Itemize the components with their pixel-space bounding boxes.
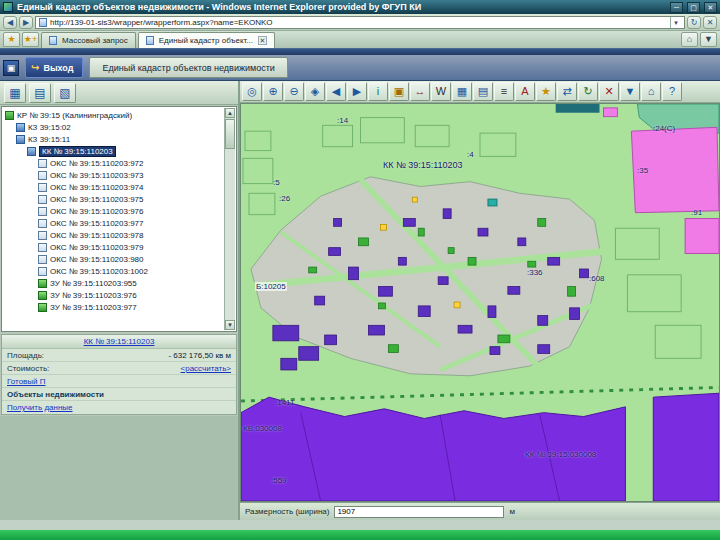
identify-icon[interactable]: i	[368, 82, 388, 101]
object-info-panel: КК № 39:15:110203 Площадь: - 632 176,50 …	[1, 334, 237, 415]
tree-item[interactable]: ОКС № 39:15:110203:978	[2, 229, 224, 241]
tree-item[interactable]: ОКС № 39:15:110203:976	[2, 205, 224, 217]
scroll-up-icon[interactable]: ▲	[225, 108, 235, 118]
refresh-map-icon[interactable]: ↻	[578, 82, 598, 101]
tree-item[interactable]: ОКС № 39:15:110203:972	[2, 157, 224, 169]
oks-icon	[38, 207, 47, 216]
export-icon[interactable]: ▼	[620, 82, 640, 101]
tree-item[interactable]: ОКС № 39:15:110203:974	[2, 181, 224, 193]
app-tab-cadastre[interactable]: Единый кадастр объектов недвижимости	[89, 57, 287, 78]
full-extent-icon[interactable]: ◎	[242, 82, 262, 101]
oks-icon	[38, 219, 47, 228]
oks-icon	[38, 171, 47, 180]
stop-button[interactable]: ✕	[703, 16, 717, 29]
objects-section-header: Объекты недвижимости	[7, 390, 104, 399]
main-area: ▦▤▧ КР № 39:15 (Калининградский)КЗ 39:15…	[0, 81, 720, 520]
close-button[interactable]: ✕	[704, 2, 717, 13]
map-canvas[interactable]: :14:24(С)КК № 39:15:110203:4:5:26:35:91Б…	[240, 103, 720, 502]
dimension-input[interactable]	[334, 506, 504, 518]
tree-view: КР № 39:15 (Калининградский)КЗ 39:15:02К…	[2, 109, 224, 313]
page-icon	[39, 18, 47, 27]
tree-item-label: ОКС № 39:15:110203:1002	[50, 267, 148, 276]
zoom-out-icon[interactable]: ⊖	[284, 82, 304, 101]
tree-item[interactable]: КК № 39:15:110203	[2, 145, 224, 157]
home-extent-icon[interactable]: ⌂	[641, 82, 661, 101]
tree-item[interactable]: КЗ 39:15:02	[2, 121, 224, 133]
layers-icon[interactable]: ▤	[473, 82, 493, 101]
calculate-cost-link[interactable]: <рассчитать>	[181, 364, 231, 373]
tools-button[interactable]: ▼	[700, 32, 717, 47]
favorites-icon[interactable]: ★	[536, 82, 556, 101]
tree-item-label: ОКС № 39:15:110203:978	[50, 231, 144, 240]
table-view-icon[interactable]: ▤	[29, 83, 51, 103]
minimize-button[interactable]: ─	[670, 2, 683, 13]
next-extent-icon[interactable]: ▶	[347, 82, 367, 101]
clear-icon[interactable]: ✕	[599, 82, 619, 101]
tree-item-label: ОКС № 39:15:110203:979	[50, 243, 144, 252]
address-dropdown-icon[interactable]: ▾	[670, 17, 681, 28]
browser-tab-cadastre[interactable]: Единый кадастр объект... ✕	[138, 32, 275, 48]
measure-icon[interactable]: ↔	[410, 82, 430, 101]
layers-panel-icon[interactable]: ▦	[4, 83, 26, 103]
tab-close-icon[interactable]: ✕	[258, 36, 267, 45]
zu-icon	[38, 279, 47, 288]
maximize-button[interactable]: ▢	[687, 2, 700, 13]
tree-item[interactable]: ОКС № 39:15:110203:980	[2, 253, 224, 265]
zu-icon	[38, 303, 47, 312]
scroll-thumb[interactable]	[225, 119, 235, 149]
url-text: http://139-01-sis3/wrapper/wrapperform.a…	[50, 18, 667, 27]
tree-item-label: КЗ 39:15:11	[28, 135, 70, 144]
tree-item[interactable]: ОКС № 39:15:110203:977	[2, 217, 224, 229]
swap-view-icon[interactable]: ⇄	[557, 82, 577, 101]
tab-page-icon	[49, 36, 57, 45]
home-button[interactable]: ⌂	[681, 32, 698, 47]
refresh-button[interactable]: ↻	[687, 16, 701, 29]
exit-icon: ↪	[31, 62, 39, 73]
legend-icon[interactable]: ≡	[494, 82, 514, 101]
grid-icon[interactable]: ▦	[452, 82, 472, 101]
tree-item[interactable]: ОКС № 39:15:110203:973	[2, 169, 224, 181]
selected-object-link[interactable]: КК № 39:15:110203	[84, 337, 155, 346]
map-status-bar: Размерность (ширина) м	[240, 502, 720, 520]
map-view-icon[interactable]: ▧	[54, 83, 76, 103]
tree-item[interactable]: ОКС № 39:15:110203:975	[2, 193, 224, 205]
tree-scrollbar[interactable]: ▲ ▼	[224, 108, 235, 330]
ready-plan-link[interactable]: Готовый П	[7, 377, 46, 386]
tree-item[interactable]: ЗУ № 39:15:110203:977	[2, 301, 224, 313]
select-rect-icon[interactable]: ▣	[389, 82, 409, 101]
zoom-in-icon[interactable]: ⊕	[263, 82, 283, 101]
annotate-icon[interactable]: A	[515, 82, 535, 101]
forward-button[interactable]: ▶	[19, 16, 33, 29]
tree-item-label: ЗУ № 39:15:110203:976	[50, 291, 137, 300]
pan-icon[interactable]: ◈	[305, 82, 325, 101]
add-favorite-icon[interactable]: ★+	[22, 32, 39, 47]
get-data-link[interactable]: Получить данные	[7, 403, 73, 412]
screenshot-root: Единый кадастр объектов недвижимости - W…	[0, 0, 720, 540]
wms-icon[interactable]: W	[431, 82, 451, 101]
tree-item[interactable]: ОКС № 39:15:110203:1002	[2, 265, 224, 277]
oks-icon	[38, 267, 47, 276]
title-bar: Единый кадастр объектов недвижимости - W…	[0, 0, 720, 14]
tree-item[interactable]: ОКС № 39:15:110203:979	[2, 241, 224, 253]
favorites-star-icon[interactable]: ★	[3, 32, 20, 47]
left-toolbar: ▦▤▧	[0, 81, 238, 105]
tree-item[interactable]: ЗУ № 39:15:110203:955	[2, 277, 224, 289]
tree-item-label: ОКС № 39:15:110203:972	[50, 159, 144, 168]
address-field[interactable]: http://139-01-sis3/wrapper/wrapperform.a…	[35, 16, 685, 29]
tree-item-label: КК № 39:15:110203	[39, 146, 116, 157]
exit-button[interactable]: ↪ Выход	[25, 57, 83, 78]
prev-extent-icon[interactable]: ◀	[326, 82, 346, 101]
tab-page-icon	[146, 36, 154, 45]
back-button[interactable]: ◀	[3, 16, 17, 29]
map-graphics	[241, 104, 719, 501]
help-icon[interactable]: ?	[662, 82, 682, 101]
folder-icon	[5, 111, 14, 120]
tree-item-label: КЗ 39:15:02	[28, 123, 71, 132]
browser-tab-mass-request[interactable]: Массовый запрос	[41, 32, 136, 48]
tree-item[interactable]: КЗ 39:15:11	[2, 133, 224, 145]
tree-item[interactable]: КР № 39:15 (Калининградский)	[2, 109, 224, 121]
browser-tab-label: Массовый запрос	[62, 36, 128, 45]
scroll-down-icon[interactable]: ▼	[225, 320, 235, 330]
tree-item-label: ОКС № 39:15:110203:973	[50, 171, 144, 180]
tree-item[interactable]: ЗУ № 39:15:110203:976	[2, 289, 224, 301]
